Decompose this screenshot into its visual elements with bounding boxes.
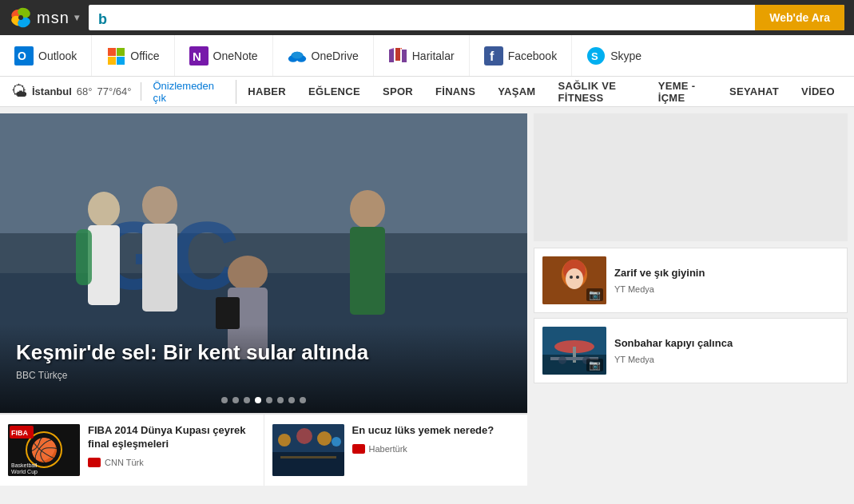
- hero-section[interactable]: GC: [0, 113, 527, 413]
- side-news-sonbahar[interactable]: 📷 Sonbahar kapıyı çalınca YT Medya: [534, 318, 848, 383]
- nav-app-outlook[interactable]: O Outlook: [8, 35, 92, 76]
- nav-app-outlook-label: Outlook: [38, 50, 77, 62]
- svg-point-31: [88, 192, 120, 227]
- hero-dot-8[interactable]: [300, 397, 306, 403]
- news-card-fiba-content: FIBA 2014 Dünya Kupası çeyrek final eşle…: [88, 424, 256, 467]
- hero-dot-4[interactable]: [255, 397, 261, 403]
- nav-link-yasam[interactable]: YAŞAM: [487, 77, 546, 106]
- weather-widget: 🌤 İstanbul 68° 77°/64°: [8, 82, 141, 101]
- svg-point-34: [142, 186, 177, 224]
- onenote-icon: N: [189, 46, 209, 65]
- svg-rect-32: [88, 225, 120, 305]
- search-input[interactable]: [124, 5, 756, 30]
- main-content: GC: [0, 107, 854, 504]
- outlook-icon: O: [14, 46, 34, 65]
- nav-app-haritalar[interactable]: Haritalar: [374, 35, 470, 76]
- news-card-fiba-source: CNN Türk: [88, 458, 256, 467]
- svg-text:World Cup: World Cup: [11, 469, 38, 475]
- svg-marker-22: [400, 48, 402, 50]
- news-card-food-title: En ucuz lüks yemek nerede?: [352, 424, 520, 438]
- svg-rect-49: [272, 452, 344, 476]
- bing-icon: b: [97, 8, 116, 27]
- nav-link-eglence[interactable]: EĞLENCE: [297, 77, 371, 106]
- nav-link-video[interactable]: VİDEO: [790, 77, 846, 106]
- skype-icon: S: [586, 46, 606, 65]
- msn-dropdown-arrow[interactable]: ▾: [74, 12, 79, 23]
- side-thumb-zarif: 📷: [542, 256, 606, 304]
- svg-rect-8: [108, 48, 116, 56]
- office-icon: [106, 46, 125, 65]
- hero-dot-2[interactable]: [232, 397, 239, 403]
- nav-link-haber[interactable]: HABER: [236, 77, 297, 106]
- side-news-zarif[interactable]: 📷 Zarif ve şık giyinin YT Medya: [534, 248, 848, 313]
- side-news-zarif-title: Zarif ve şık giyinin: [614, 267, 839, 280]
- msn-logo[interactable]: msn ▾: [10, 6, 79, 29]
- cnn-source-icon: [88, 458, 101, 467]
- nav-link-finans[interactable]: FİNANS: [424, 77, 487, 106]
- svg-rect-11: [117, 57, 125, 65]
- weather-temp-range: 77°/64°: [97, 85, 132, 97]
- news-card-fiba[interactable]: 🏀 FIBA Basketball World Cup FIBA 2014 Dü…: [0, 415, 264, 486]
- hero-title: Keşmir'de sel: Bir kent sular altında: [16, 340, 511, 365]
- nav-app-skype[interactable]: S Skype: [572, 35, 656, 76]
- onedrive-icon: [288, 46, 307, 65]
- svg-rect-33: [76, 229, 92, 285]
- nav-app-office[interactable]: Office: [92, 35, 174, 76]
- bing-logo: b: [89, 5, 124, 30]
- svg-point-53: [332, 437, 341, 446]
- right-column: 📷 Zarif ve şık giyinin YT Medya: [527, 113, 854, 504]
- news-cards-row: 🏀 FIBA Basketball World Cup FIBA 2014 Dü…: [0, 413, 527, 486]
- haritalar-icon: [388, 46, 407, 65]
- nav-app-onenote[interactable]: N OneNote: [175, 35, 273, 76]
- nav-link-seyahat[interactable]: SEYAHAT: [718, 77, 790, 106]
- svg-point-59: [570, 276, 573, 279]
- haberturk-source-icon: [352, 444, 365, 454]
- zarif-camera-icon: 📷: [586, 288, 603, 301]
- svg-text:O: O: [18, 50, 26, 62]
- news-card-food[interactable]: En ucuz lüks yemek nerede? Habertürk: [264, 415, 528, 486]
- svg-point-66: [558, 356, 566, 364]
- svg-rect-35: [142, 224, 177, 312]
- nav-app-facebook[interactable]: f Facebook: [470, 35, 572, 76]
- svg-text:N: N: [193, 50, 201, 63]
- news-thumb-fiba: 🏀 FIBA Basketball World Cup: [8, 424, 80, 476]
- svg-text:S: S: [591, 50, 598, 62]
- svg-text:🏀: 🏀: [30, 437, 58, 463]
- svg-text:b: b: [98, 11, 107, 27]
- hero-dot-7[interactable]: [288, 397, 295, 403]
- right-widget-top: [534, 113, 848, 241]
- svg-rect-19: [395, 48, 400, 61]
- svg-point-17: [292, 51, 303, 58]
- nav-app-haritalar-label: Haritalar: [412, 50, 455, 62]
- hero-dots: [221, 397, 306, 403]
- nav-app-onedrive[interactable]: OneDrive: [273, 35, 374, 76]
- left-column: GC: [0, 113, 527, 504]
- nav-link-yeme[interactable]: YEME - İÇME: [647, 77, 718, 106]
- search-bar: b Web'de Ara: [89, 5, 844, 30]
- side-news-sonbahar-content: Sonbahar kapıyı çalınca YT Medya: [614, 337, 839, 365]
- nav-links: HABER EĞLENCE SPOR FİNANS YAŞAM SAĞLIK V…: [236, 77, 846, 106]
- svg-point-36: [228, 256, 268, 291]
- top-bar: msn ▾ b Web'de Ara: [0, 0, 854, 35]
- weather-icon: 🌤: [11, 82, 27, 101]
- nav-link-spor[interactable]: SPOR: [371, 77, 424, 106]
- nav-link-saglik[interactable]: SAĞLIK VE FİTNESS: [546, 77, 646, 106]
- nav-app-onenote-label: OneNote: [213, 50, 258, 62]
- facebook-icon: f: [484, 46, 503, 65]
- hero-dot-6[interactable]: [277, 397, 284, 403]
- hero-dot-3[interactable]: [244, 397, 250, 403]
- nav-app-onedrive-label: OneDrive: [312, 50, 359, 62]
- secondary-nav: 🌤 İstanbul 68° 77°/64° Önizlemeden çık H…: [0, 77, 854, 107]
- search-button[interactable]: Web'de Ara: [755, 5, 844, 30]
- hero-dot-1[interactable]: [221, 397, 228, 403]
- side-news-sonbahar-source: YT Medya: [614, 355, 839, 364]
- news-card-fiba-source-label: CNN Türk: [105, 458, 144, 467]
- svg-marker-21: [389, 48, 394, 50]
- nav-app-office-label: Office: [130, 50, 159, 62]
- preview-link[interactable]: Önizlemeden çık: [141, 80, 236, 104]
- hero-dot-5[interactable]: [266, 397, 272, 403]
- nav-app-facebook-label: Facebook: [508, 50, 557, 62]
- nav-apps-bar: O Outlook Office N OneNote: [0, 35, 854, 77]
- news-card-food-content: En ucuz lüks yemek nerede? Habertürk: [352, 424, 520, 454]
- svg-text:Basketball: Basketball: [11, 462, 38, 468]
